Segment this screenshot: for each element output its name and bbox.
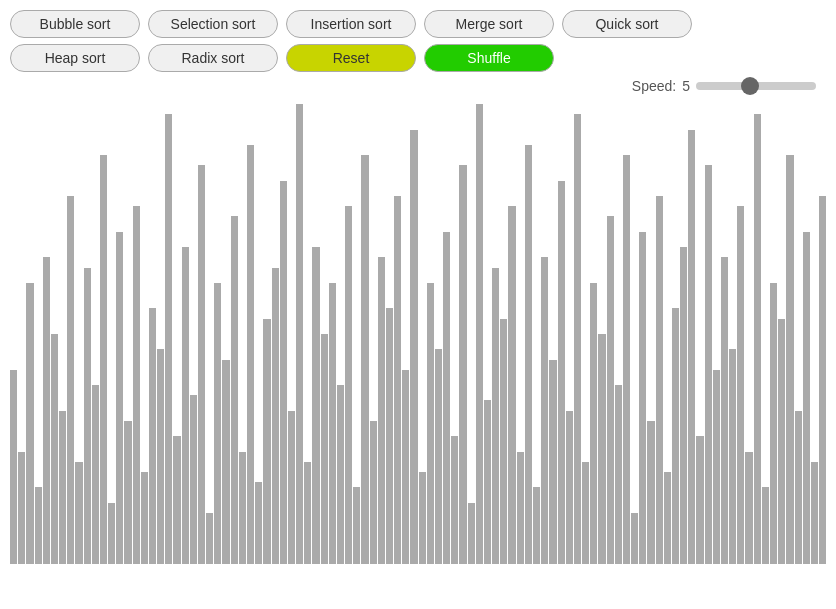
bar xyxy=(280,181,287,564)
bar xyxy=(729,349,736,564)
bar xyxy=(631,513,638,564)
speed-label: Speed: xyxy=(632,78,676,94)
bar xyxy=(517,452,524,564)
bar xyxy=(116,232,123,564)
bar xyxy=(337,385,344,564)
bar xyxy=(214,283,221,564)
bar xyxy=(75,462,82,564)
bubble-sort-button[interactable]: Bubble sort xyxy=(10,10,140,38)
bar xyxy=(558,181,565,564)
bar xyxy=(754,114,761,564)
bar xyxy=(378,257,385,564)
bar xyxy=(484,400,491,564)
bar xyxy=(59,411,66,564)
bar xyxy=(35,487,42,564)
bar xyxy=(370,421,377,564)
bar xyxy=(43,257,50,564)
merge-sort-button[interactable]: Merge sort xyxy=(424,10,554,38)
bar xyxy=(508,206,515,564)
bar xyxy=(386,308,393,564)
bar xyxy=(647,421,654,564)
bar xyxy=(402,370,409,564)
bar xyxy=(476,104,483,564)
bar xyxy=(737,206,744,564)
bar xyxy=(124,421,131,564)
bar xyxy=(18,452,25,564)
bar xyxy=(141,472,148,564)
bar xyxy=(680,247,687,564)
bar xyxy=(173,436,180,564)
bar xyxy=(149,308,156,564)
bar xyxy=(231,216,238,564)
bar xyxy=(394,196,401,564)
bar xyxy=(329,283,336,564)
bar xyxy=(427,283,434,564)
bar xyxy=(108,503,115,564)
bar xyxy=(778,319,785,564)
heap-sort-button[interactable]: Heap sort xyxy=(10,44,140,72)
bar xyxy=(312,247,319,564)
bar xyxy=(410,130,417,564)
bar xyxy=(51,334,58,564)
shuffle-button[interactable]: Shuffle xyxy=(424,44,554,72)
bar xyxy=(541,257,548,564)
bar xyxy=(182,247,189,564)
bar xyxy=(272,268,279,564)
bar xyxy=(803,232,810,564)
speed-value: 5 xyxy=(682,78,690,94)
bar xyxy=(639,232,646,564)
bar xyxy=(10,370,17,564)
bar xyxy=(811,462,818,564)
bar xyxy=(574,114,581,564)
bar xyxy=(296,104,303,564)
bar xyxy=(345,206,352,564)
bar xyxy=(198,165,205,564)
bar xyxy=(598,334,605,564)
bar xyxy=(361,155,368,564)
speed-control: Speed: 5 xyxy=(10,78,826,94)
bar xyxy=(623,155,630,564)
bar xyxy=(92,385,99,564)
bar xyxy=(696,436,703,564)
bar xyxy=(721,257,728,564)
bar xyxy=(705,165,712,564)
bar xyxy=(247,145,254,564)
bar xyxy=(255,482,262,564)
bar xyxy=(795,411,802,564)
bar xyxy=(435,349,442,564)
reset-button[interactable]: Reset xyxy=(286,44,416,72)
bar xyxy=(459,165,466,564)
speed-slider[interactable] xyxy=(696,82,816,90)
bar xyxy=(263,319,270,564)
bar xyxy=(26,283,33,564)
bar xyxy=(745,452,752,564)
bar xyxy=(353,487,360,564)
bar xyxy=(222,360,229,564)
bar xyxy=(288,411,295,564)
bar xyxy=(239,452,246,564)
bar xyxy=(304,462,311,564)
bar xyxy=(157,349,164,564)
bar xyxy=(533,487,540,564)
bar xyxy=(656,196,663,564)
bar xyxy=(786,155,793,564)
sort-buttons-row-2: Heap sort Radix sort Reset Shuffle xyxy=(10,44,826,72)
insertion-sort-button[interactable]: Insertion sort xyxy=(286,10,416,38)
bar xyxy=(770,283,777,564)
bar xyxy=(133,206,140,564)
bar xyxy=(419,472,426,564)
bar xyxy=(607,216,614,564)
bar xyxy=(688,130,695,564)
bar xyxy=(713,370,720,564)
bar xyxy=(165,114,172,564)
bar xyxy=(672,308,679,564)
bar xyxy=(525,145,532,564)
selection-sort-button[interactable]: Selection sort xyxy=(148,10,278,38)
bar xyxy=(582,462,589,564)
radix-sort-button[interactable]: Radix sort xyxy=(148,44,278,72)
bar xyxy=(206,513,213,564)
quick-sort-button[interactable]: Quick sort xyxy=(562,10,692,38)
visualization-area xyxy=(0,104,836,564)
bar xyxy=(451,436,458,564)
bar xyxy=(590,283,597,564)
